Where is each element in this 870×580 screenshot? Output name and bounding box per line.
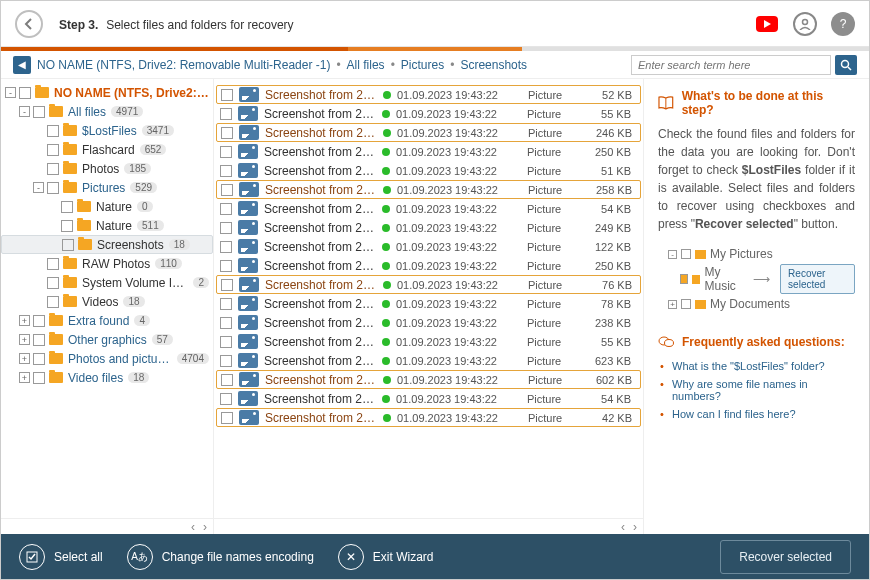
tree-checkbox[interactable] — [47, 182, 59, 194]
file-size: 52 KB — [584, 89, 632, 101]
file-row[interactable]: Screenshot from 20…01.09.2023 19:43:22Pi… — [216, 294, 641, 313]
tree-checkbox[interactable] — [33, 372, 45, 384]
file-row[interactable]: Screenshot from 20…01.09.2023 19:43:22Pi… — [216, 199, 641, 218]
file-row[interactable]: Screenshot from 20…01.09.2023 19:43:22Pi… — [216, 104, 641, 123]
file-checkbox[interactable] — [220, 298, 232, 310]
breadcrumb-2[interactable]: Pictures — [401, 58, 444, 72]
tree-checkbox[interactable] — [61, 220, 73, 232]
list-scrollbar[interactable]: ‹› — [214, 518, 643, 534]
file-checkbox[interactable] — [221, 89, 233, 101]
file-checkbox[interactable] — [220, 203, 232, 215]
tree-item[interactable]: +Video files18 — [1, 368, 213, 387]
tree-checkbox[interactable] — [33, 106, 45, 118]
tree-item[interactable]: +Extra found4 — [1, 311, 213, 330]
tree-item[interactable]: Flashcard652 — [1, 140, 213, 159]
file-checkbox[interactable] — [220, 393, 232, 405]
tree-checkbox[interactable] — [33, 353, 45, 365]
file-size: 623 KB — [583, 355, 631, 367]
back-button[interactable] — [15, 10, 43, 38]
youtube-icon[interactable] — [755, 12, 779, 36]
tree-toggle[interactable]: - — [33, 182, 44, 193]
file-row[interactable]: Screenshot from 20…01.09.2023 19:43:22Pi… — [216, 237, 641, 256]
tree-toggle[interactable]: - — [19, 106, 30, 117]
faq-link[interactable]: What is the "$LostFiles" folder? — [658, 357, 855, 375]
tree-checkbox[interactable] — [47, 296, 59, 308]
tree-item[interactable]: System Volume Information2 — [1, 273, 213, 292]
tree-toggle[interactable]: + — [19, 353, 30, 364]
tree-item[interactable]: Screenshots18 — [1, 235, 213, 254]
file-row[interactable]: Screenshot from 20…01.09.2023 19:43:22Pi… — [216, 180, 641, 199]
close-icon: ✕ — [338, 544, 364, 570]
tree-checkbox[interactable] — [47, 163, 59, 175]
breadcrumb-3[interactable]: Screenshots — [460, 58, 527, 72]
file-row[interactable]: Screenshot from 20…01.09.2023 19:43:22Pi… — [216, 389, 641, 408]
tree-item[interactable]: Videos18 — [1, 292, 213, 311]
tree-item[interactable]: Photos185 — [1, 159, 213, 178]
tree-scrollbar[interactable]: ‹› — [1, 518, 213, 534]
file-row[interactable]: Screenshot from 20…01.09.2023 19:43:22Pi… — [216, 332, 641, 351]
tree-checkbox[interactable] — [33, 315, 45, 327]
file-checkbox[interactable] — [221, 374, 233, 386]
file-row[interactable]: Screenshot from 20…01.09.2023 19:43:22Pi… — [216, 161, 641, 180]
file-checkbox[interactable] — [220, 108, 232, 120]
help-icon[interactable]: ? — [831, 12, 855, 36]
tree-toggle[interactable]: + — [19, 315, 30, 326]
file-checkbox[interactable] — [220, 146, 232, 158]
tree-checkbox[interactable] — [47, 258, 59, 270]
breadcrumb-1[interactable]: All files — [347, 58, 385, 72]
select-all-button[interactable]: Select all — [19, 544, 103, 570]
file-checkbox[interactable] — [220, 241, 232, 253]
tree-item[interactable]: Nature0 — [1, 197, 213, 216]
file-checkbox[interactable] — [220, 317, 232, 329]
tree-item[interactable]: Nature511 — [1, 216, 213, 235]
file-row[interactable]: Screenshot from 20…01.09.2023 19:43:22Pi… — [216, 370, 641, 389]
file-checkbox[interactable] — [220, 222, 232, 234]
file-row[interactable]: Screenshot from 20…01.09.2023 19:43:22Pi… — [216, 351, 641, 370]
file-checkbox[interactable] — [220, 165, 232, 177]
tree-toggle[interactable]: + — [19, 372, 30, 383]
file-checkbox[interactable] — [220, 336, 232, 348]
file-date: 01.09.2023 19:43:22 — [397, 279, 522, 291]
tree-checkbox[interactable] — [62, 239, 74, 251]
file-checkbox[interactable] — [221, 184, 233, 196]
tree-toggle[interactable]: - — [5, 87, 16, 98]
file-row[interactable]: Screenshot from 20…01.09.2023 19:43:22Pi… — [216, 123, 641, 142]
file-row[interactable]: Screenshot from 20…01.09.2023 19:43:22Pi… — [216, 313, 641, 332]
count-badge: 4 — [134, 315, 150, 326]
tree-checkbox[interactable] — [19, 87, 31, 99]
tree-item[interactable]: RAW Photos110 — [1, 254, 213, 273]
tree-toggle[interactable]: + — [19, 334, 30, 345]
file-row[interactable]: Screenshot from 20…01.09.2023 19:43:22Pi… — [216, 275, 641, 294]
file-row[interactable]: Screenshot from 20…01.09.2023 19:43:22Pi… — [216, 256, 641, 275]
tree-item[interactable]: +Other graphics57 — [1, 330, 213, 349]
file-checkbox[interactable] — [220, 355, 232, 367]
file-checkbox[interactable] — [221, 127, 233, 139]
faq-link[interactable]: How can I find files here? — [658, 405, 855, 423]
breadcrumb-root[interactable]: NO NAME (NTFS, Drive2: Removable Multi-R… — [37, 58, 330, 72]
file-checkbox[interactable] — [221, 412, 233, 424]
tree-item[interactable]: +Photos and pictures4704 — [1, 349, 213, 368]
faq-link[interactable]: Why are some file names in numbers? — [658, 375, 855, 405]
exit-wizard-button[interactable]: ✕ Exit Wizard — [338, 544, 434, 570]
tree-item[interactable]: $LostFiles3471 — [1, 121, 213, 140]
tree-item[interactable]: -NO NAME (NTFS, Drive2: Remo… — [1, 83, 213, 102]
encoding-button[interactable]: Aあ Change file names encoding — [127, 544, 314, 570]
file-row[interactable]: Screenshot from 20…01.09.2023 19:43:22Pi… — [216, 85, 641, 104]
account-icon[interactable] — [793, 12, 817, 36]
tree-item[interactable]: -All files4971 — [1, 102, 213, 121]
tree-checkbox[interactable] — [47, 277, 59, 289]
tree-checkbox[interactable] — [33, 334, 45, 346]
tree-checkbox[interactable] — [47, 125, 59, 137]
tree-checkbox[interactable] — [61, 201, 73, 213]
file-row[interactable]: Screenshot from 20…01.09.2023 19:43:22Pi… — [216, 408, 641, 427]
search-input[interactable] — [631, 55, 831, 75]
file-checkbox[interactable] — [220, 260, 232, 272]
breadcrumb-back-button[interactable]: ◀ — [13, 56, 31, 74]
recover-selected-button[interactable]: Recover selected — [720, 540, 851, 574]
file-row[interactable]: Screenshot from 20…01.09.2023 19:43:22Pi… — [216, 218, 641, 237]
file-row[interactable]: Screenshot from 20…01.09.2023 19:43:22Pi… — [216, 142, 641, 161]
tree-item[interactable]: -Pictures529 — [1, 178, 213, 197]
search-button[interactable] — [835, 55, 857, 75]
file-checkbox[interactable] — [221, 279, 233, 291]
tree-checkbox[interactable] — [47, 144, 59, 156]
